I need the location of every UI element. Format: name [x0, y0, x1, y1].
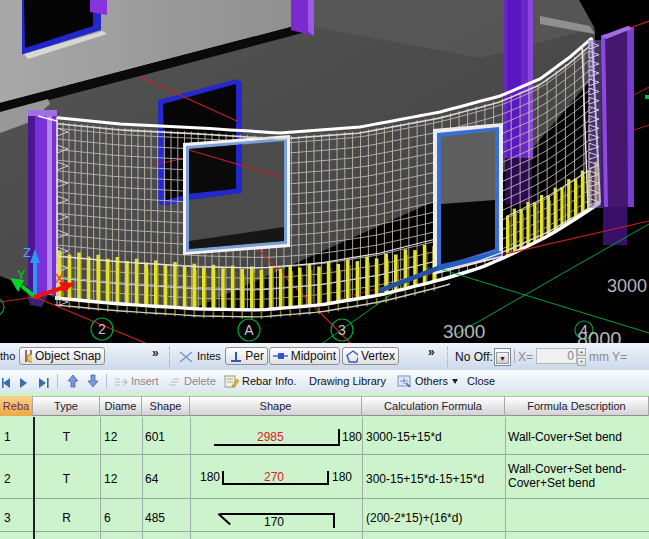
- svg-text:A: A: [244, 322, 254, 338]
- svg-text:Y: Y: [17, 267, 26, 282]
- svg-text:Z: Z: [23, 245, 31, 260]
- svg-text:3000: 3000: [443, 321, 485, 342]
- svg-text:2: 2: [98, 321, 106, 337]
- svg-text:X: X: [55, 271, 64, 286]
- svg-text:3: 3: [338, 322, 346, 338]
- svg-text:3000: 3000: [607, 276, 647, 296]
